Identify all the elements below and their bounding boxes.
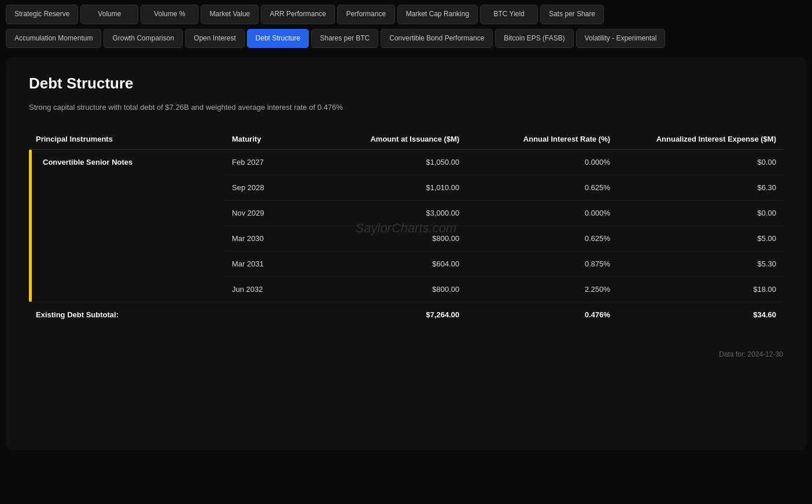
nav-btn-volume-%[interactable]: Volume %: [141, 5, 198, 24]
cell-expense: $5.00: [617, 226, 783, 251]
nav-btn-market-cap-ranking[interactable]: Market Cap Ranking: [397, 5, 478, 24]
main-container: Debt Structure Strong capital structure …: [6, 57, 806, 450]
cell-maturity: Sep 2028: [225, 175, 315, 201]
cell-amount: $3,000.00: [316, 201, 467, 226]
nav-row-2: Accumulation MomentumGrowth ComparisonOp…: [0, 29, 812, 52]
col-header-instrument: Principal Instruments: [29, 129, 225, 150]
nav-btn-debt-structure[interactable]: Debt Structure: [247, 29, 309, 49]
page-title: Debt Structure: [29, 75, 783, 92]
col-header-amount: Amount at Issuance ($M): [316, 129, 467, 150]
nav-btn-open-interest[interactable]: Open Interest: [185, 29, 245, 49]
subtotal-rate: 0.476%: [466, 302, 617, 328]
cell-maturity: Jun 2032: [225, 277, 315, 302]
table-wrapper: SaylorCharts.com Principal Instruments M…: [29, 129, 783, 327]
cell-rate: 0.625%: [466, 175, 617, 201]
subtotal-expense: $34.60: [617, 302, 783, 328]
cell-amount: $604.00: [316, 251, 467, 277]
cell-maturity: Mar 2031: [225, 251, 315, 277]
cell-rate: 0.000%: [466, 150, 617, 175]
cell-rate: 2.250%: [466, 277, 617, 302]
cell-expense: $6.30: [617, 175, 783, 201]
col-header-rate: Annual Interest Rate (%): [466, 129, 617, 150]
table-header-row: Principal Instruments Maturity Amount at…: [29, 129, 783, 150]
table-row: Convertible Senior NotesFeb 2027$1,050.0…: [29, 150, 783, 175]
subtotal-amount: $7,264.00: [316, 302, 467, 328]
nav-btn-volatility---experimental[interactable]: Volatility - Experimental: [576, 29, 666, 49]
nav-btn-accumulation-momentum[interactable]: Accumulation Momentum: [6, 29, 101, 49]
cell-expense: $18.00: [617, 277, 783, 302]
yellow-bar: [29, 150, 32, 302]
subtotal-label: Existing Debt Subtotal:: [29, 302, 316, 328]
debt-table: Principal Instruments Maturity Amount at…: [29, 129, 783, 327]
nav-btn-convertible-bond-performance[interactable]: Convertible Bond Performance: [381, 29, 493, 49]
nav-btn-volume[interactable]: Volume: [80, 5, 138, 24]
yellow-bar-cell: Convertible Senior Notes: [29, 150, 225, 302]
cell-expense: $5.30: [617, 251, 783, 277]
cell-amount: $1,050.00: [316, 150, 467, 175]
col-header-expense: Annualized Interest Expense ($M): [617, 129, 783, 150]
data-date: Data for: 2024-12-30: [29, 350, 783, 358]
cell-rate: 0.625%: [466, 226, 617, 251]
nav-btn-arr-performance[interactable]: ARR Performance: [261, 5, 334, 24]
cell-amount: $800.00: [316, 277, 467, 302]
col-header-maturity: Maturity: [225, 129, 315, 150]
cell-amount: $800.00: [316, 226, 467, 251]
nav-btn-btc-yield[interactable]: BTC Yield: [480, 5, 538, 24]
cell-amount: $1,010.00: [316, 175, 467, 201]
nav-btn-strategic-reserve[interactable]: Strategic Reserve: [6, 5, 78, 24]
cell-expense: $0.00: [617, 201, 783, 226]
nav-btn-growth-comparison[interactable]: Growth Comparison: [104, 29, 183, 49]
subtitle: Strong capital structure with total debt…: [29, 103, 783, 112]
nav-btn-performance[interactable]: Performance: [337, 5, 395, 24]
group-label: Convertible Senior Notes: [43, 158, 132, 166]
cell-maturity: Mar 2030: [225, 226, 315, 251]
nav-btn-bitcoin-eps-(fasb)[interactable]: Bitcoin EPS (FASB): [495, 29, 573, 49]
cell-maturity: Feb 2027: [225, 150, 315, 175]
cell-rate: 0.000%: [466, 201, 617, 226]
nav-btn-sats-per-share[interactable]: Sats per Share: [540, 5, 604, 24]
subtotal-row: Existing Debt Subtotal:$7,264.000.476%$3…: [29, 302, 783, 328]
nav-btn-shares-per-btc[interactable]: Shares per BTC: [311, 29, 378, 49]
nav-btn-market-value[interactable]: Market Value: [201, 5, 259, 24]
cell-rate: 0.875%: [466, 251, 617, 277]
cell-maturity: Nov 2029: [225, 201, 315, 226]
nav-row-1: Strategic ReserveVolumeVolume %Market Va…: [0, 0, 812, 29]
cell-expense: $0.00: [617, 150, 783, 175]
